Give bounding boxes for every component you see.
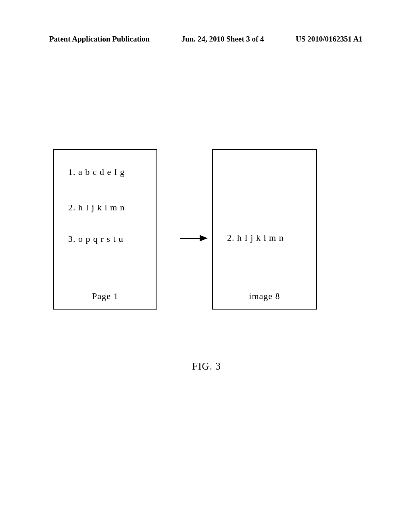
arrow-icon [180,235,212,242]
left-box: 1. a b c d e f g 2. h I j k l m n 3. o p… [53,149,157,310]
header-publication-number: US 2010/0162351 A1 [296,35,363,44]
header-publication-type: Patent Application Publication [49,35,150,44]
left-box-line3: 3. o p q r s t u [68,234,148,244]
left-box-line2: 2. h I j k l m n [68,202,148,213]
right-box-content: 2. h I j k l m n [213,150,316,291]
right-box-line2: 2. h I j k l m n [227,233,308,243]
arrow-line [180,238,200,239]
right-box-label: image 8 [213,291,316,309]
page-header: Patent Application Publication Jun. 24, … [0,35,413,44]
left-box-content: 1. a b c d e f g 2. h I j k l m n 3. o p… [54,150,156,291]
arrow-head [200,235,208,241]
header-date-sheet: Jun. 24, 2010 Sheet 3 of 4 [181,35,264,44]
left-box-line1: 1. a b c d e f g [68,167,148,177]
figure-label: FIG. 3 [0,361,413,372]
diagram-container: 1. a b c d e f g 2. h I j k l m n 3. o p… [53,149,317,330]
right-box: 2. h I j k l m n image 8 [212,149,317,310]
left-box-label: Page 1 [54,291,156,309]
